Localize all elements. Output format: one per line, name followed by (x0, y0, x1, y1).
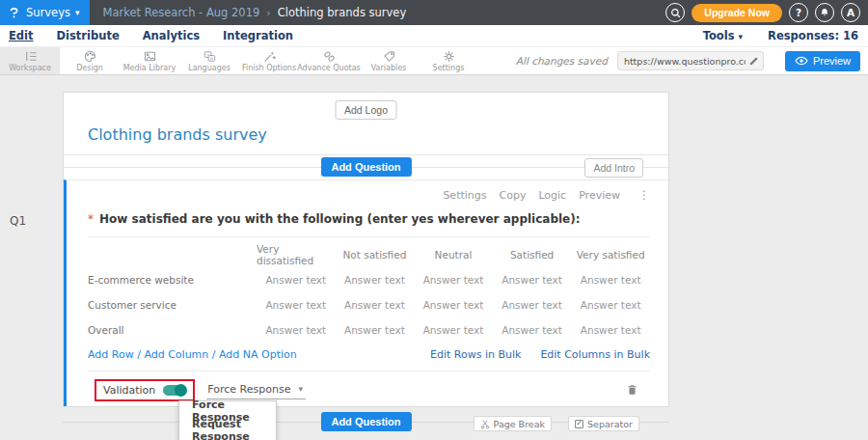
bell-icon (819, 7, 830, 18)
question-text[interactable]: How satisfied are you with the following… (99, 212, 581, 226)
add-question-button-top[interactable]: Add Question (320, 157, 411, 177)
matrix-answer-cell[interactable]: Answer text (414, 292, 493, 317)
matrix-answer-cell[interactable]: Answer text (571, 317, 650, 343)
help-button[interactable]: ? (789, 3, 808, 22)
question-action-preview[interactable]: Preview (579, 189, 620, 202)
chevron-down-icon: ▾ (739, 32, 744, 41)
toolbar-item-media-library[interactable]: Media Library (120, 47, 179, 74)
link-edit-columns-in-bulk[interactable]: Edit Columns in Bulk (540, 348, 650, 361)
matrix-answer-cell[interactable]: Answer text (257, 292, 336, 317)
product-name: Surveys (26, 6, 70, 19)
edit-url-icon[interactable] (748, 56, 759, 67)
separator-button[interactable]: ✓ Separator (568, 416, 639, 431)
add-intro-button[interactable]: Add Intro (584, 158, 643, 178)
link-add-column[interactable]: Add Column (144, 348, 208, 361)
nav-right: Tools ▾ Responses: 16 (703, 29, 858, 42)
more-options-icon[interactable]: ⋮ (638, 188, 650, 202)
matrix-column-header: Not satisfied (336, 242, 415, 267)
preview-button[interactable]: Preview (785, 51, 860, 71)
toolbar-item-settings[interactable]: Settings (419, 47, 478, 74)
eye-icon (795, 56, 808, 66)
matrix-answer-cell[interactable]: Answer text (493, 317, 572, 343)
add-logo-button[interactable]: Add Logo (335, 100, 397, 120)
matrix-column-header: Satisfied (493, 242, 572, 267)
svg-text:A: A (209, 56, 212, 61)
matrix-column-header: Very dissatisfied (257, 242, 336, 267)
toolbar-right: All changes saved https://www.questionpr… (516, 47, 868, 74)
question-action-settings[interactable]: Settings (443, 189, 486, 202)
add-question-button-bottom[interactable]: Add Question (320, 412, 411, 431)
matrix-answer-cell[interactable]: Answer text (336, 292, 415, 317)
editor-canvas: Q1 Add Logo Clothing brands survey Add Q… (0, 75, 868, 440)
toolbar-item-label: Media Library (123, 64, 176, 72)
trash-icon (626, 383, 638, 397)
search-button[interactable] (665, 3, 685, 22)
breadcrumb-folder[interactable]: Market Research - Aug 2019 (103, 6, 260, 19)
matrix-row-label[interactable]: Overall (88, 317, 257, 343)
matrix-answer-cell[interactable]: Answer text (414, 317, 493, 343)
notifications-button[interactable] (815, 3, 834, 22)
questionpro-logo-icon (8, 5, 21, 20)
variables-icon (382, 49, 396, 63)
survey-url: https://www.questionpro.com/t/APNrfZ (624, 56, 746, 67)
toolbar-item-label: Settings (433, 64, 465, 72)
toolbar-item-languages[interactable]: ءALanguages (179, 47, 239, 74)
matrix-answer-cell[interactable]: Answer text (257, 317, 336, 343)
question-action-logic[interactable]: Logic (538, 189, 566, 202)
link-edit-rows-in-bulk[interactable]: Edit Rows in Bulk (430, 348, 521, 361)
matrix-table: Very dissatisfiedNot satisfiedNeutralSat… (88, 242, 650, 343)
section-nav: EditDistributeAnalyticsIntegration Tools… (0, 25, 868, 46)
toolbar-item-finish-options[interactable]: Finish Options (239, 47, 299, 74)
survey-title[interactable]: Clothing brands survey (88, 125, 267, 144)
breadcrumb-current: Clothing brands survey (278, 6, 407, 19)
delete-question-button[interactable] (626, 383, 638, 397)
matrix-corner-cell (88, 242, 257, 267)
checkbox-checked-icon: ✓ (575, 420, 583, 428)
toolbar-item-workspace[interactable]: Workspace (0, 47, 60, 74)
matrix-row-label[interactable]: E-commerce website (88, 267, 257, 292)
editor-toolbar: WorkspaceDesignMedia LibraryءALanguagesF… (0, 46, 868, 75)
link-add-na-option[interactable]: Add NA Option (219, 348, 297, 361)
tools-menu[interactable]: Tools ▾ (703, 29, 743, 42)
toolbar-item-advance-quotas[interactable]: Advance Quotas (299, 47, 359, 74)
validation-toggle[interactable] (163, 385, 186, 396)
toolbar-item-label: Languages (188, 64, 231, 72)
question-links-row: Add Row / Add Column / Add NA Option Edi… (88, 343, 650, 371)
search-icon (669, 7, 682, 19)
nav-tab-distribute[interactable]: Distribute (57, 29, 120, 42)
page-break-button[interactable]: Page Break (474, 416, 552, 431)
nav-tab-edit[interactable]: Edit (9, 29, 34, 42)
question-actions: SettingsCopyLogicPreview ⋮ (88, 188, 650, 202)
matrix-answer-cell[interactable]: Answer text (336, 267, 415, 292)
survey-url-field[interactable]: https://www.questionpro.com/t/APNrfZ (617, 51, 764, 70)
nav-tab-analytics[interactable]: Analytics (143, 29, 200, 42)
toggle-knob (175, 384, 187, 397)
question-action-copy[interactable]: Copy (500, 189, 527, 202)
question-action-links: SettingsCopyLogicPreview (443, 189, 620, 202)
chevron-down-icon: ▾ (75, 8, 80, 17)
insert-question-row-bottom: Add Question Page Break ✓ Separator (63, 407, 669, 432)
link-add-row[interactable]: Add Row (88, 348, 134, 361)
upgrade-now-button[interactable]: Upgrade Now (692, 4, 782, 22)
toolbar-item-variables[interactable]: Variables (359, 47, 419, 74)
matrix-answer-cell[interactable]: Answer text (493, 292, 572, 317)
validation-type-dropdown[interactable]: Force Response ▾ (206, 381, 306, 399)
validation-label: Validation (103, 384, 155, 397)
link-separator: / (208, 348, 219, 361)
toolbar-item-label: Design (76, 64, 103, 72)
toolbar-item-design[interactable]: Design (60, 47, 120, 74)
dropdown-option-request-response[interactable]: Request Response (179, 421, 276, 440)
matrix-answer-cell[interactable]: Answer text (571, 267, 650, 292)
nav-tab-integration[interactable]: Integration (223, 29, 293, 42)
matrix-answer-cell[interactable]: Answer text (571, 292, 650, 317)
avatar[interactable]: A (841, 3, 860, 22)
validation-row: Validation Force Response ▾ (88, 371, 650, 408)
responses-count[interactable]: Responses: 16 (768, 29, 858, 42)
matrix-answer-cell[interactable]: Answer text (257, 267, 336, 292)
matrix-row-label[interactable]: Customer service (88, 292, 257, 317)
surveys-menu[interactable]: Surveys ▾ (0, 0, 90, 25)
matrix-answer-cell[interactable]: Answer text (493, 267, 572, 292)
matrix-answer-cell[interactable]: Answer text (414, 267, 493, 292)
matrix-answer-cell[interactable]: Answer text (336, 317, 415, 343)
topbar-actions: Upgrade Now ? A (665, 3, 868, 22)
